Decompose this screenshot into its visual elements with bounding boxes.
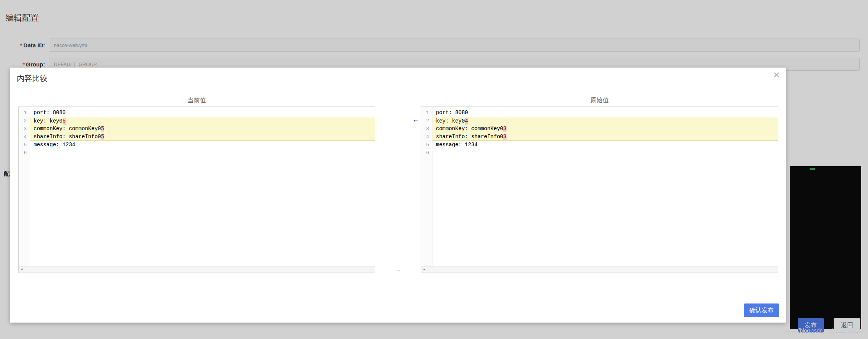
original-value-editor[interactable]: 123456 port: 8080key: key04commonKey: co… bbox=[421, 107, 778, 273]
line-number: 6 bbox=[421, 149, 432, 157]
code-text: port: 8080 bbox=[34, 110, 66, 116]
code-text: key: key0 bbox=[436, 118, 465, 124]
code-line: shareInfo: shareInfo03 bbox=[432, 133, 778, 141]
code-line: message: 1234 bbox=[432, 141, 778, 149]
diff-changed-text: 3 bbox=[503, 134, 506, 140]
line-number-gutter: 123456 bbox=[19, 107, 30, 266]
line-number-gutter: 123456 bbox=[421, 107, 432, 266]
scroll-left-arrow-icon[interactable]: ◄ bbox=[19, 266, 25, 273]
code-text: commonKey: commonKey0 bbox=[34, 126, 101, 132]
diff-changed-text: 5 bbox=[101, 134, 104, 140]
original-value-header: 原始值 bbox=[421, 97, 778, 105]
screen: 编辑配置 *Data ID: *Group: 配置内容: 发布 返回 内容比较 … bbox=[0, 0, 868, 339]
line-number: 6 bbox=[19, 149, 30, 157]
code-line: key: key05 bbox=[30, 117, 375, 125]
code-text: shareInfo: shareInfo0 bbox=[436, 134, 503, 140]
code-text: commonKey: commonKey0 bbox=[436, 126, 503, 132]
diff-changed-text: 4 bbox=[465, 118, 468, 124]
horizontal-scrollbar[interactable]: ◄ bbox=[421, 266, 778, 273]
current-value-header: 当前值 bbox=[18, 97, 375, 105]
diff-changed-text: 3 bbox=[503, 126, 506, 132]
code-text: message: 1234 bbox=[34, 142, 75, 148]
diff-changed-text: 5 bbox=[63, 118, 66, 124]
line-number: 5 bbox=[421, 141, 432, 149]
line-number: 3 bbox=[421, 125, 432, 133]
code-text: key: key0 bbox=[34, 118, 63, 124]
code-line: commonKey: commonKey03 bbox=[432, 125, 778, 133]
line-number: 2 bbox=[421, 117, 432, 125]
code-line: key: key04 bbox=[432, 117, 778, 125]
code-line: message: 1234 bbox=[30, 141, 375, 149]
line-number: 2 bbox=[19, 117, 30, 125]
confirm-publish-button[interactable]: 确认发布 bbox=[744, 303, 779, 317]
line-number: 1 bbox=[421, 109, 432, 117]
code-line: commonKey: commonKey05 bbox=[30, 125, 375, 133]
content-compare-dialog: 内容比较 × 当前值 原始值 123456 port: 8080key: key… bbox=[10, 68, 786, 323]
line-number: 3 bbox=[19, 125, 30, 133]
code-line: shareInfo: shareInfo05 bbox=[30, 133, 375, 141]
line-number: 4 bbox=[19, 133, 30, 141]
close-icon[interactable]: × bbox=[773, 69, 780, 81]
code-area[interactable]: port: 8080key: key04commonKey: commonKey… bbox=[432, 107, 778, 266]
watermark-text: https://blog.csdn.net/qq_41920531 bbox=[784, 328, 866, 334]
code-text: shareInfo: shareInfo0 bbox=[34, 134, 101, 140]
code-line: port: 8080 bbox=[30, 109, 375, 117]
line-number: 5 bbox=[19, 141, 30, 149]
code-line bbox=[30, 149, 375, 157]
horizontal-scrollbar[interactable]: ◄ bbox=[19, 266, 375, 273]
line-number: 1 bbox=[19, 109, 30, 117]
code-line: port: 8080 bbox=[432, 109, 778, 117]
code-line bbox=[432, 149, 778, 157]
dialog-title: 内容比较 bbox=[17, 73, 47, 84]
scroll-left-arrow-icon[interactable]: ◄ bbox=[421, 266, 427, 273]
code-text: message: 1234 bbox=[436, 142, 478, 148]
code-text: port: 8080 bbox=[436, 110, 468, 116]
diff-changed-text: 5 bbox=[101, 126, 104, 132]
line-number: 4 bbox=[421, 133, 432, 141]
scroll-align-icon[interactable]: →← bbox=[394, 267, 402, 273]
copy-chunk-left-icon[interactable]: ← bbox=[413, 117, 418, 124]
merge-gap: ← →← bbox=[375, 107, 421, 273]
current-value-editor[interactable]: 123456 port: 8080key: key05commonKey: co… bbox=[18, 107, 375, 273]
code-area[interactable]: port: 8080key: key05commonKey: commonKey… bbox=[30, 107, 375, 266]
